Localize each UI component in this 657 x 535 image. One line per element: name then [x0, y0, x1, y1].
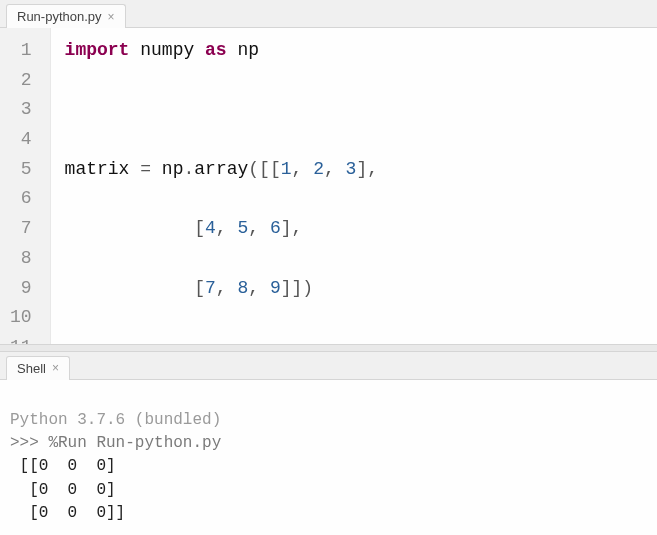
- line-number: 8: [0, 244, 42, 274]
- shell-tabbar: Shell ×: [0, 352, 657, 380]
- shell-tab[interactable]: Shell ×: [6, 356, 70, 380]
- line-number-gutter: 1234567891011: [0, 28, 51, 344]
- close-icon[interactable]: ×: [108, 11, 115, 23]
- editor-tab-label: Run-python.py: [17, 9, 102, 24]
- close-icon[interactable]: ×: [52, 362, 59, 374]
- line-number: 9: [0, 274, 42, 304]
- line-number: 11: [0, 333, 42, 344]
- shell-banner: Python 3.7.6 (bundled): [10, 411, 221, 429]
- line-number: 5: [0, 155, 42, 185]
- code-line[interactable]: [65, 333, 649, 344]
- line-number: 10: [0, 303, 42, 333]
- line-number: 4: [0, 125, 42, 155]
- editor-tabbar: Run-python.py ×: [0, 0, 657, 28]
- line-number: 2: [0, 66, 42, 96]
- line-number: 6: [0, 184, 42, 214]
- shell-tab-label: Shell: [17, 361, 46, 376]
- code-line[interactable]: import numpy as np: [65, 36, 649, 66]
- line-number: 7: [0, 214, 42, 244]
- editor-tab[interactable]: Run-python.py ×: [6, 4, 126, 28]
- code-area[interactable]: import numpy as np matrix = np.array([[1…: [51, 28, 657, 344]
- shell-panel[interactable]: Python 3.7.6 (bundled) >>> %Run Run-pyth…: [0, 380, 657, 535]
- code-line[interactable]: [7, 8, 9]]): [65, 274, 649, 304]
- code-line[interactable]: [65, 95, 649, 125]
- shell-prompt: >>>: [10, 434, 48, 452]
- code-line[interactable]: [4, 5, 6],: [65, 214, 649, 244]
- shell-command: %Run Run-python.py: [48, 434, 221, 452]
- line-number: 1: [0, 36, 42, 66]
- code-editor[interactable]: 1234567891011 import numpy as np matrix …: [0, 28, 657, 344]
- panel-splitter[interactable]: [0, 344, 657, 352]
- code-line[interactable]: matrix = np.array([[1, 2, 3],: [65, 155, 649, 185]
- shell-output: [[0 0 0] [0 0 0] [0 0 0]]: [10, 457, 125, 521]
- line-number: 3: [0, 95, 42, 125]
